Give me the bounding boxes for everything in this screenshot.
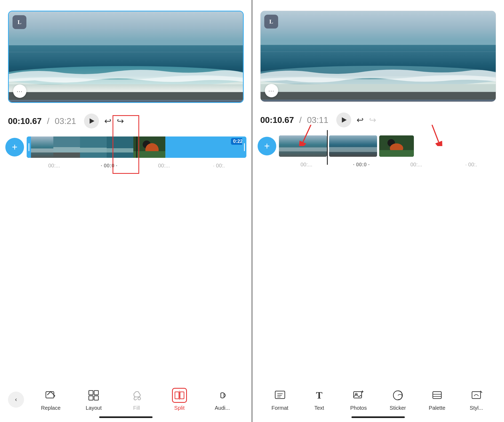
format-icon xyxy=(274,389,286,401)
svg-rect-51 xyxy=(354,392,362,398)
left-timeline: + xyxy=(5,136,246,158)
audio-icon-wrap xyxy=(215,388,230,403)
style-icon xyxy=(470,389,482,401)
right-play-icon xyxy=(342,117,347,123)
clip-thumb-3 xyxy=(80,136,107,158)
timeline-container: + xyxy=(258,133,499,159)
clip-handle-left[interactable] xyxy=(27,136,31,158)
fill-icon-wrap xyxy=(129,388,144,403)
right-undo-button[interactable]: ↩ xyxy=(357,115,364,125)
svg-rect-12 xyxy=(80,148,107,152)
left-redo-button[interactable]: ↪ xyxy=(117,116,124,126)
back-button[interactable]: ‹ xyxy=(8,392,24,408)
left-timeline-track[interactable]: 0:22 xyxy=(27,136,246,158)
timecode-4: · 00:. xyxy=(191,163,246,169)
palette-icon-wrap xyxy=(430,388,445,403)
toolbar-palette[interactable]: Palette xyxy=(417,388,457,411)
left-home-indicator xyxy=(99,416,153,418)
right-timer-current: 00:10.67 xyxy=(260,115,294,125)
right-timer-separator: / xyxy=(299,115,302,125)
toolbar-audio[interactable]: Audi... xyxy=(201,388,244,411)
toolbar-sticker[interactable]: Sticker xyxy=(378,388,417,411)
left-panel: L ··· 00:10.67 / 03:21 ↩ ↪ + xyxy=(0,0,252,422)
right-video-preview[interactable]: L ··· xyxy=(260,11,496,102)
left-undo-button[interactable]: ↩ xyxy=(104,116,111,126)
toolbar-format[interactable]: Format xyxy=(260,388,299,411)
svg-rect-46 xyxy=(275,391,285,399)
svg-rect-33 xyxy=(261,92,496,100)
text-label: Text xyxy=(314,405,324,411)
toolbar-replace[interactable]: Replace xyxy=(29,388,72,411)
timecode-1: 00:... xyxy=(27,163,82,169)
svg-rect-5 xyxy=(9,92,243,100)
right-timecode-4: · 00:. xyxy=(444,162,499,168)
svg-rect-2 xyxy=(9,52,243,52)
style-label: Styl... xyxy=(470,405,483,411)
layout-icon xyxy=(88,389,99,401)
puffin-thumb xyxy=(133,136,165,158)
layout-label: Layout xyxy=(86,405,102,411)
svg-rect-26 xyxy=(180,392,184,399)
toolbar-style[interactable]: Styl... xyxy=(457,388,496,411)
svg-rect-40 xyxy=(329,135,377,157)
format-label: Format xyxy=(271,405,288,411)
clip-handle-right[interactable] xyxy=(242,136,246,158)
palette-label: Palette xyxy=(429,405,445,411)
right-clip-puffin[interactable] xyxy=(379,135,414,157)
left-add-button[interactable]: + xyxy=(5,138,24,156)
right-badge-label: L xyxy=(269,18,273,25)
svg-rect-22 xyxy=(89,396,93,400)
svg-rect-9 xyxy=(53,147,80,152)
split-label: Split xyxy=(174,405,185,411)
right-more-dots-icon: ··· xyxy=(269,88,275,94)
svg-point-24 xyxy=(138,397,141,400)
svg-rect-30 xyxy=(261,51,496,52)
svg-rect-23 xyxy=(94,396,98,400)
left-timecodes: 00:... · 00:0 · 00:... · 00:. xyxy=(27,163,246,169)
left-badge: L xyxy=(13,15,26,29)
play-icon xyxy=(90,118,94,124)
toolbar-fill[interactable]: Fill xyxy=(115,388,158,411)
photos-label: Photos xyxy=(350,405,367,411)
right-add-button[interactable]: + xyxy=(258,137,276,155)
right-play-button[interactable] xyxy=(336,112,351,127)
left-timer-separator: / xyxy=(47,116,49,126)
right-more-button[interactable]: ··· xyxy=(265,84,278,97)
right-timer-total: 03:11 xyxy=(307,115,328,125)
replace-icon-wrap xyxy=(43,388,58,403)
red-arrow-right xyxy=(424,125,445,146)
clip-thumb-2 xyxy=(53,136,80,158)
svg-rect-57 xyxy=(472,392,481,399)
replace-label: Replace xyxy=(41,405,61,411)
svg-rect-20 xyxy=(89,391,93,395)
left-video-frame xyxy=(9,11,243,102)
left-timer-section: 00:10.67 / 03:21 ↩ ↪ xyxy=(8,114,244,128)
svg-rect-45 xyxy=(379,150,414,157)
right-timeline: + xyxy=(258,135,499,157)
right-clip-2[interactable] xyxy=(329,135,377,157)
svg-rect-10 xyxy=(53,152,80,158)
left-video-preview[interactable]: L ··· xyxy=(8,11,244,103)
svg-line-37 xyxy=(432,125,439,142)
left-timer-current: 00:10.67 xyxy=(8,116,42,126)
photos-icon xyxy=(353,389,364,401)
svg-rect-54 xyxy=(433,392,441,399)
fill-label: Fill xyxy=(133,405,140,411)
text-icon-wrap: T xyxy=(312,388,327,403)
toolbar-text[interactable]: T Text xyxy=(299,388,339,411)
right-redo-button[interactable]: ↪ xyxy=(369,115,376,125)
right-toolbar: Format T Text Photos xyxy=(258,383,499,416)
right-timer-section: 00:10.67 / 03:11 ↩ ↪ xyxy=(260,112,496,127)
left-play-button[interactable] xyxy=(84,114,99,128)
left-timer-total: 03:21 xyxy=(55,116,76,126)
toolbar-layout[interactable]: Layout xyxy=(72,388,115,411)
layout-icon-wrap xyxy=(86,388,101,403)
toolbar-split[interactable]: Split xyxy=(158,388,201,411)
split-icon-wrap xyxy=(172,388,187,403)
svg-rect-41 xyxy=(329,147,377,152)
timecode-3: 00:... xyxy=(137,163,191,169)
left-more-button[interactable]: ··· xyxy=(13,85,26,98)
badge-label: L xyxy=(18,19,22,26)
right-timecode-2: · 00:0 · xyxy=(334,162,389,168)
toolbar-photos[interactable]: Photos xyxy=(339,388,378,411)
